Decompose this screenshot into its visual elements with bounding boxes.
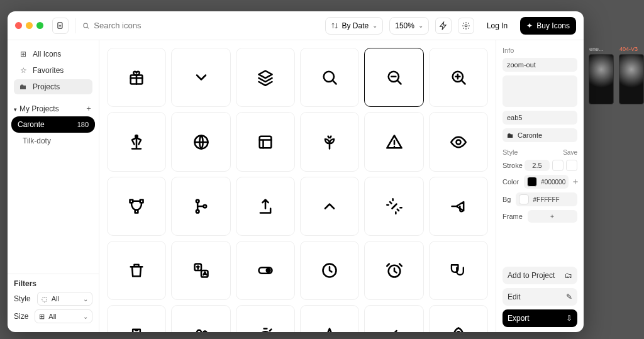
sidebar-item-favorites[interactable]: ☆ Favorites xyxy=(14,63,92,78)
add-project-button[interactable]: ＋ xyxy=(85,103,92,114)
frame-label: Frame xyxy=(502,213,523,220)
svg-point-25 xyxy=(260,331,270,332)
window-controls[interactable] xyxy=(15,22,43,29)
sort-dropdown[interactable]: By Date ⌄ xyxy=(325,17,384,35)
svg-point-1 xyxy=(84,23,88,28)
project-item-tilk-doty[interactable]: Tilk-doty xyxy=(11,133,95,149)
unlink-icon xyxy=(386,197,403,215)
app-window: By Date ⌄ 150% ⌄ Log In ✦ Buy Icons ⊞ Al… xyxy=(8,11,584,332)
edit-label: Edit xyxy=(508,292,521,301)
icon-cell-phone[interactable] xyxy=(107,305,166,332)
icon-name-field[interactable]: zoom-out xyxy=(502,58,577,72)
icon-cell-masks[interactable] xyxy=(429,241,488,300)
svg-point-20 xyxy=(267,269,270,272)
color-label: Color xyxy=(502,178,519,186)
frame-field[interactable]: ＋ xyxy=(528,210,577,223)
bg-field[interactable]: #FFFFFF xyxy=(516,192,577,206)
close-icon[interactable] xyxy=(15,22,22,29)
sidebar-section-header[interactable]: ▾My Projects ＋ xyxy=(8,98,99,116)
icon-cell-search[interactable] xyxy=(300,48,359,107)
zoom-dropdown[interactable]: 150% ⌄ xyxy=(389,17,429,35)
gift-icon xyxy=(128,69,145,86)
add-to-project-button[interactable]: Add to Project 🗂 xyxy=(502,267,577,284)
icon-cell-unlink[interactable] xyxy=(364,177,423,236)
icon-grid-container xyxy=(99,40,496,332)
plant-icon xyxy=(321,133,338,151)
star-icon xyxy=(321,326,338,332)
icon-cell-upload[interactable] xyxy=(236,177,295,236)
icon-cell-rocket[interactable] xyxy=(429,305,488,332)
folder-plus-icon: 🗂 xyxy=(565,271,572,280)
buy-icons-button[interactable]: ✦ Buy Icons xyxy=(520,17,576,35)
icon-cell-layers[interactable] xyxy=(236,48,295,107)
edit-button[interactable]: Edit ✎ xyxy=(502,288,577,306)
icon-cell-alert[interactable] xyxy=(364,112,423,171)
icon-project-field[interactable]: 🖿 Caronte xyxy=(502,128,577,142)
icon-cell-clock[interactable] xyxy=(300,241,359,300)
grid-icon: ⊞ xyxy=(39,313,45,321)
branch-icon xyxy=(192,197,210,215)
icon-cell-toggle[interactable] xyxy=(236,241,295,300)
trash-icon xyxy=(128,262,145,279)
icon-cell-stopwatch[interactable] xyxy=(236,305,295,332)
minimize-icon[interactable] xyxy=(26,22,33,29)
icon-cell-trash[interactable] xyxy=(107,241,166,300)
icon-cell-star[interactable] xyxy=(300,305,359,332)
icon-cell-chevron-up[interactable] xyxy=(300,177,359,236)
icon-cell-branch[interactable] xyxy=(171,177,230,236)
chevron-down-icon: ⌄ xyxy=(372,22,377,29)
users-icon xyxy=(192,326,210,332)
add-color-button[interactable]: ＋ xyxy=(571,176,580,187)
icon-preview xyxy=(502,75,577,107)
stroke-cap-toggle[interactable] xyxy=(552,160,577,171)
icon-cell-translate[interactable] xyxy=(171,241,230,300)
filter-size-select[interactable]: ⊞ All ⌄ xyxy=(35,309,92,323)
sidebar-item-all-icons[interactable]: ⊞ All Icons xyxy=(14,47,92,62)
search-input[interactable] xyxy=(94,21,318,30)
document-add-button[interactable] xyxy=(52,18,69,34)
icon-cell-zoom-in[interactable] xyxy=(429,48,488,107)
trumpet-icon xyxy=(450,197,467,215)
search-field[interactable] xyxy=(82,21,319,30)
project-item-caronte[interactable]: Caronte 180 xyxy=(11,116,95,133)
star-icon: ☆ xyxy=(19,66,28,75)
login-button[interactable]: Log In xyxy=(480,18,514,34)
sidebar-item-projects[interactable]: 🖿 Projects xyxy=(14,79,92,94)
icon-cell-users[interactable] xyxy=(171,305,230,332)
icon-cell-eye[interactable] xyxy=(429,112,488,171)
color-field[interactable]: #000000 xyxy=(524,175,569,189)
layers-icon xyxy=(257,69,274,86)
icon-cell-plant[interactable] xyxy=(300,112,359,171)
icon-cell-balance[interactable] xyxy=(107,112,166,171)
icon-cell-chevron-down[interactable] xyxy=(171,48,230,107)
icon-cell-chevron-left[interactable] xyxy=(364,305,423,332)
alarm-icon xyxy=(386,262,403,279)
icon-cell-vector[interactable] xyxy=(107,177,166,236)
flash-button[interactable] xyxy=(435,18,452,34)
sidebar: ⊞ All Icons ☆ Favorites 🖿 Projects ▾My P… xyxy=(8,40,99,332)
svg-point-23 xyxy=(197,330,201,332)
icon-cell-trumpet[interactable] xyxy=(429,177,488,236)
save-style-button[interactable]: Save xyxy=(563,149,577,156)
vector-icon xyxy=(128,197,145,215)
export-button[interactable]: Export ⇩ xyxy=(502,309,577,327)
filter-style-select[interactable]: ◌ All ⌄ xyxy=(37,292,92,306)
icon-cell-zoom-out[interactable] xyxy=(364,48,423,107)
sort-icon xyxy=(331,22,338,30)
icon-cell-alarm[interactable] xyxy=(364,241,423,300)
thumbnail-b[interactable]: 404-V3 xyxy=(619,54,644,104)
style-section-title: Style xyxy=(502,148,518,156)
icon-id-field[interactable]: eab5 xyxy=(502,111,577,125)
thumbnail-a[interactable]: ene... xyxy=(589,54,614,104)
search-icon xyxy=(321,69,338,86)
icon-cell-globe[interactable] xyxy=(171,112,230,171)
icon-cell-layout[interactable] xyxy=(236,112,295,171)
filter-style-value: All xyxy=(52,295,59,303)
icon-cell-gift[interactable] xyxy=(107,48,166,107)
settings-button[interactable] xyxy=(458,18,474,34)
maximize-icon[interactable] xyxy=(36,22,43,29)
circle-icon: ◌ xyxy=(42,295,48,303)
add-frame-button[interactable]: ＋ xyxy=(549,212,555,221)
project-count: 180 xyxy=(77,121,89,128)
stroke-value[interactable]: 2.5 xyxy=(525,160,550,171)
